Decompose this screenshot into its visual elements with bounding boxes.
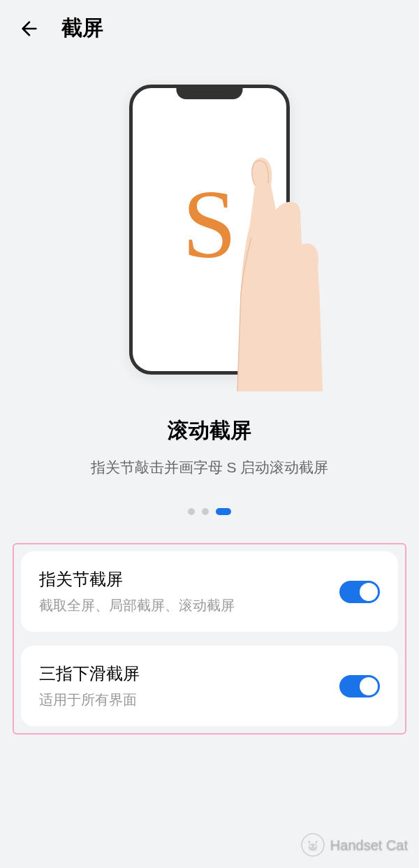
settings-highlight: 指关节截屏 截取全屏、局部截屏、滚动截屏 三指下滑截屏 适用于所有界面 xyxy=(13,543,406,735)
setting-title: 三指下滑截屏 xyxy=(39,663,339,685)
back-button[interactable] xyxy=(17,16,42,41)
phone-notch xyxy=(177,88,243,99)
toggle-three-finger-screenshot[interactable] xyxy=(339,675,380,697)
setting-title: 指关节截屏 xyxy=(39,568,339,591)
toggle-knuckle-screenshot[interactable] xyxy=(339,581,380,603)
header: 截屏 xyxy=(0,0,419,57)
page-title: 截屏 xyxy=(61,14,103,43)
watermark-cat-icon xyxy=(301,833,325,857)
setting-subtitle: 截取全屏、局部截屏、滚动截屏 xyxy=(39,596,339,615)
setting-three-finger-screenshot[interactable]: 三指下滑截屏 适用于所有界面 xyxy=(21,646,398,726)
hand-icon xyxy=(230,147,335,391)
setting-text: 三指下滑截屏 适用于所有界面 xyxy=(39,663,339,709)
s-gesture-letter: S xyxy=(182,168,237,280)
feature-description: 指关节敲击并画字母 S 启动滚动截屏 xyxy=(0,458,419,477)
watermark-text: Handset Cat xyxy=(330,837,408,853)
page-dot-1[interactable] xyxy=(188,508,195,515)
page-dot-3[interactable] xyxy=(216,508,231,515)
svg-point-2 xyxy=(314,846,316,847)
feature-title: 滚动截屏 xyxy=(0,417,419,445)
setting-knuckle-screenshot[interactable]: 指关节截屏 截取全屏、局部截屏、滚动截屏 xyxy=(21,551,398,632)
page-indicator[interactable] xyxy=(0,508,419,515)
page-dot-2[interactable] xyxy=(202,508,209,515)
setting-subtitle: 适用于所有界面 xyxy=(39,690,339,709)
watermark: Handset Cat xyxy=(301,833,408,857)
setting-text: 指关节截屏 截取全屏、局部截屏、滚动截屏 xyxy=(39,568,339,615)
svg-point-1 xyxy=(310,846,311,847)
illustration[interactable]: S xyxy=(0,85,419,375)
